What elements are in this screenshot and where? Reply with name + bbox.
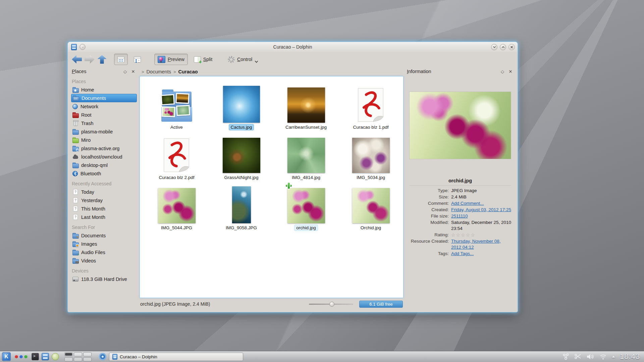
sidebar-item-miro[interactable]: Miro	[71, 136, 137, 144]
sidebar-item-home[interactable]: Home	[71, 85, 137, 94]
back-button[interactable]	[72, 55, 82, 64]
status-summary: orchid.jpg (JPEG Image, 2.4 MiB)	[140, 301, 309, 307]
file-item-curacao-blz-1-pdf[interactable]: Curacao blz 1.pdf	[338, 80, 403, 130]
pager-desktop-3[interactable]	[83, 352, 92, 356]
pager-desktop-1[interactable]	[64, 352, 73, 356]
up-button[interactable]	[97, 55, 107, 64]
sidebar-item-videos[interactable]: Videos	[71, 256, 137, 265]
forward-button[interactable]	[85, 55, 95, 64]
float-panel-icon[interactable]	[499, 68, 505, 74]
file-name-label: Orchid.jpg	[359, 225, 383, 231]
file-grid: ActiveCactus.jpgCarribeanSunset.jpgCurac…	[140, 76, 403, 231]
file-item-cactus-jpg[interactable]: Cactus.jpg	[209, 80, 274, 130]
icons-view-button[interactable]	[114, 54, 128, 65]
info-row-label: Comment:	[407, 200, 451, 206]
titlebar[interactable]: Curacao – Dolphin	[68, 42, 518, 52]
sidebar-item-network[interactable]: Network	[71, 102, 137, 111]
activity-dots[interactable]	[15, 355, 28, 358]
search-images-icon	[72, 241, 78, 247]
window-title: Curacao – Dolphin	[68, 44, 518, 50]
sidebar-item-label: plasma-active.org	[81, 146, 119, 151]
sidebar-item-yesterday[interactable]: Yesterday	[71, 196, 137, 204]
details-view-button[interactable]	[130, 54, 144, 65]
float-panel-icon[interactable]	[122, 68, 128, 74]
green-dot-icon[interactable]	[24, 355, 28, 358]
preview-button[interactable]: Preview	[154, 54, 188, 65]
sidebar-item-localhost-owncloud[interactable]: localhost/owncloud	[71, 153, 137, 161]
sidebar-item-desktop-qml[interactable]: desktop-qml	[71, 161, 137, 169]
zoom-slider[interactable]	[309, 302, 353, 306]
file-item-orchid-jpg[interactable]: Orchid.jpg	[338, 180, 403, 231]
sidebar-item-root[interactable]: Root	[71, 111, 137, 119]
red-dot-icon[interactable]	[15, 355, 18, 358]
search-audio-icon: ♪	[72, 249, 78, 255]
kde-menu-button[interactable]: K	[2, 352, 11, 361]
breadcrumb[interactable]: > Documents > Curacao	[140, 67, 404, 76]
file-item-img-5044-jpg[interactable]: IMG_5044.JPG	[144, 180, 209, 231]
folder-view[interactable]: ActiveCactus.jpgCarribeanSunset.jpgCurac…	[140, 76, 404, 298]
pager-desktop-6[interactable]	[83, 357, 92, 361]
sidebar-item-label: Today	[81, 189, 94, 195]
pager-desktop-5[interactable]	[74, 357, 82, 361]
taskbar-task-dolphin[interactable]: Curacao – Dolphin	[109, 353, 243, 361]
info-row-value[interactable]: Add Tags...	[451, 251, 512, 257]
volume-icon[interactable]	[586, 353, 594, 360]
sidebar-item-label: localhost/owncloud	[81, 154, 122, 160]
sidebar-item-plasma-mobile[interactable]: plasma-mobile	[71, 127, 137, 136]
file-thumbnail	[158, 183, 196, 223]
pager-desktop-2[interactable]	[74, 352, 82, 356]
info-row-value[interactable]: Friday, August 03, 2012 17:25	[451, 207, 512, 213]
info-row-value: JPEG Image	[451, 188, 512, 194]
file-item-img-4814-jpg[interactable]: IMG_4814.jpg	[274, 130, 338, 180]
wifi-icon[interactable]	[599, 353, 607, 360]
sidebar-item-118-3-gib-hard-drive[interactable]: 118.3 GiB Hard Drive	[71, 275, 137, 283]
browser-launcher-icon[interactable]	[99, 353, 106, 360]
sidebar-item-last-month[interactable]: Last Month	[71, 213, 137, 221]
tray-expander-icon[interactable]	[612, 356, 615, 358]
info-row-value[interactable]: Add Comment...	[451, 200, 512, 206]
breadcrumb-curacao[interactable]: Curacao	[178, 69, 198, 74]
sidebar-item-label: Miro	[81, 137, 91, 143]
divider	[410, 185, 511, 186]
share-molecule-icon[interactable]	[562, 353, 570, 360]
info-row-value[interactable]: Thursday, November 08, 2012 04:12	[451, 238, 512, 250]
file-item-orchid-jpg[interactable]: orchid.jpg	[274, 180, 338, 231]
minimize-button[interactable]	[491, 44, 497, 50]
file-item-img-9058-jpg[interactable]: IMG_9058.JPG	[209, 180, 274, 231]
zoom-slider-handle[interactable]	[329, 302, 334, 307]
close-panel-icon[interactable]	[507, 68, 514, 74]
close-panel-icon[interactable]	[130, 68, 136, 74]
control-button[interactable]: Control	[224, 54, 261, 65]
desktop-pager[interactable]	[64, 352, 94, 361]
add-selection-icon[interactable]	[285, 182, 292, 189]
file-item-grassatnight-jpg[interactable]: GrassAtNight.jpg	[209, 130, 274, 180]
file-manager-launcher-icon[interactable]	[42, 353, 49, 360]
sidebar-item-images[interactable]: Images	[71, 240, 137, 248]
info-row-value[interactable]: 2511110	[451, 213, 512, 219]
sidebar-item-trash[interactable]: Trash	[71, 119, 137, 127]
file-item-img-5034-jpg[interactable]: IMG_5034.jpg	[338, 130, 403, 180]
file-item-carribeansunset-jpg[interactable]: CarribeanSunset.jpg	[274, 80, 338, 130]
info-row-type: Type:JPEG Image	[407, 188, 512, 194]
terminal-launcher-icon[interactable]	[32, 353, 39, 360]
sidebar-item-documents[interactable]: ✎Documents	[71, 231, 137, 240]
maximize-button[interactable]	[500, 44, 506, 50]
file-item-curacao-blz-2-pdf[interactable]: Curacao blz 2.pdf	[144, 130, 209, 180]
close-button[interactable]	[508, 44, 515, 50]
file-item-active[interactable]: Active	[144, 80, 209, 130]
split-button[interactable]: Split	[191, 54, 216, 65]
preview-button-label: Preview	[168, 57, 184, 62]
pager-desktop-4[interactable]	[64, 357, 73, 361]
clipboard-scissors-icon[interactable]	[574, 353, 582, 360]
sidebar-item-today[interactable]: Today	[71, 188, 137, 196]
folder-preview-icon	[160, 90, 194, 123]
main-toolbar: Preview Split Control	[68, 52, 518, 67]
sidebar-item-audio-files[interactable]: ♪Audio Files	[71, 248, 137, 256]
sidebar-item-documents[interactable]: Documents	[71, 94, 137, 102]
sidebar-item-this-month[interactable]: This Month	[71, 204, 137, 213]
app-launcher-icon[interactable]	[52, 353, 59, 360]
breadcrumb-documents[interactable]: Documents	[147, 69, 171, 74]
blue-dot-icon[interactable]	[19, 355, 23, 358]
sidebar-item-bluetooth[interactable]: Bluetooth	[71, 169, 137, 178]
sidebar-item-plasma-active-org[interactable]: plasma-active.org	[71, 144, 137, 153]
